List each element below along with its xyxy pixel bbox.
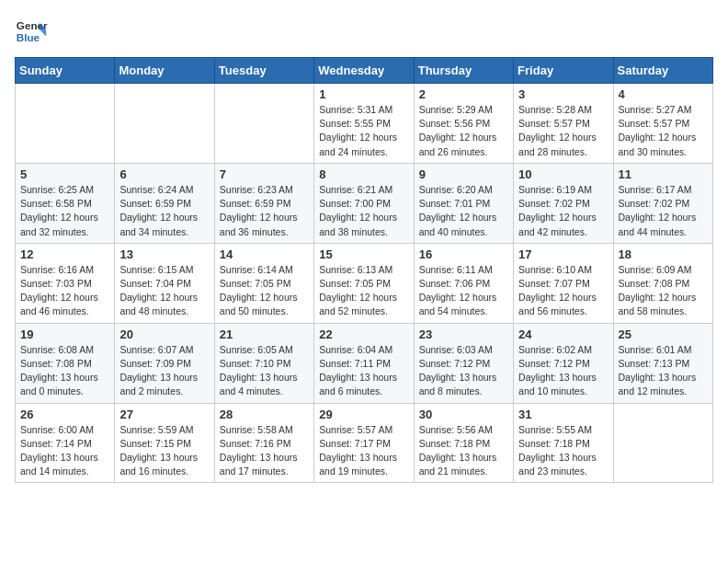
calendar-week-row: 19Sunrise: 6:08 AM Sunset: 7:08 PM Dayli… [16, 323, 713, 403]
day-number: 27 [119, 408, 209, 421]
page-header: General Blue [15, 15, 713, 48]
calendar-cell: 27Sunrise: 5:59 AM Sunset: 7:15 PM Dayli… [115, 403, 214, 483]
calendar-cell: 2Sunrise: 5:29 AM Sunset: 5:56 PM Daylig… [414, 84, 513, 164]
weekday-header-row: SundayMondayTuesdayWednesdayThursdayFrid… [16, 58, 713, 84]
day-info: Sunrise: 6:00 AM Sunset: 7:14 PM Dayligh… [20, 423, 109, 479]
day-info: Sunrise: 6:17 AM Sunset: 7:02 PM Dayligh… [619, 183, 708, 239]
calendar-cell: 17Sunrise: 6:10 AM Sunset: 7:07 PM Dayli… [514, 243, 613, 323]
calendar-cell [115, 84, 214, 164]
logo-icon: General Blue [15, 15, 48, 48]
weekday-header-friday: Friday [514, 58, 613, 84]
day-number: 3 [518, 87, 608, 101]
day-info: Sunrise: 6:16 AM Sunset: 7:03 PM Dayligh… [20, 263, 109, 319]
day-info: Sunrise: 6:04 AM Sunset: 7:11 PM Dayligh… [319, 343, 408, 399]
weekday-header-sunday: Sunday [16, 58, 115, 84]
calendar-cell: 10Sunrise: 6:19 AM Sunset: 7:02 PM Dayli… [514, 163, 613, 243]
day-info: Sunrise: 6:21 AM Sunset: 7:00 PM Dayligh… [319, 183, 408, 239]
calendar-cell: 9Sunrise: 6:20 AM Sunset: 7:01 PM Daylig… [414, 163, 513, 243]
day-number: 23 [419, 327, 508, 341]
calendar-week-row: 5Sunrise: 6:25 AM Sunset: 6:58 PM Daylig… [16, 163, 713, 243]
day-info: Sunrise: 5:28 AM Sunset: 5:57 PM Dayligh… [518, 103, 608, 159]
day-number: 5 [20, 167, 109, 181]
day-number: 10 [518, 167, 608, 181]
calendar-cell: 6Sunrise: 6:24 AM Sunset: 6:59 PM Daylig… [115, 163, 214, 243]
day-info: Sunrise: 5:27 AM Sunset: 5:57 PM Dayligh… [619, 103, 708, 159]
calendar-week-row: 1Sunrise: 5:31 AM Sunset: 5:55 PM Daylig… [16, 84, 713, 164]
calendar-cell [16, 84, 115, 164]
calendar-cell: 31Sunrise: 5:55 AM Sunset: 7:18 PM Dayli… [514, 403, 613, 483]
calendar-cell: 8Sunrise: 6:21 AM Sunset: 7:00 PM Daylig… [314, 163, 414, 243]
calendar-cell [613, 403, 712, 483]
day-info: Sunrise: 6:20 AM Sunset: 7:01 PM Dayligh… [419, 183, 508, 239]
calendar-cell: 11Sunrise: 6:17 AM Sunset: 7:02 PM Dayli… [613, 163, 712, 243]
weekday-header-wednesday: Wednesday [314, 58, 414, 84]
calendar-cell: 25Sunrise: 6:01 AM Sunset: 7:13 PM Dayli… [613, 323, 712, 403]
day-info: Sunrise: 6:09 AM Sunset: 7:08 PM Dayligh… [619, 263, 708, 319]
day-info: Sunrise: 6:03 AM Sunset: 7:12 PM Dayligh… [419, 343, 508, 399]
day-number: 7 [220, 167, 309, 181]
day-info: Sunrise: 5:56 AM Sunset: 7:18 PM Dayligh… [419, 423, 508, 479]
day-number: 25 [619, 327, 708, 341]
weekday-header-saturday: Saturday [613, 58, 712, 84]
day-info: Sunrise: 5:31 AM Sunset: 5:55 PM Dayligh… [319, 103, 408, 159]
day-info: Sunrise: 6:13 AM Sunset: 7:05 PM Dayligh… [319, 263, 408, 319]
day-number: 28 [220, 408, 309, 421]
calendar-cell: 5Sunrise: 6:25 AM Sunset: 6:58 PM Daylig… [16, 163, 115, 243]
calendar-cell: 26Sunrise: 6:00 AM Sunset: 7:14 PM Dayli… [16, 403, 115, 483]
day-info: Sunrise: 6:07 AM Sunset: 7:09 PM Dayligh… [119, 343, 209, 399]
calendar-cell [214, 84, 313, 164]
day-number: 12 [20, 247, 109, 261]
day-number: 30 [419, 408, 508, 421]
day-info: Sunrise: 6:01 AM Sunset: 7:13 PM Dayligh… [619, 343, 708, 399]
calendar-cell: 12Sunrise: 6:16 AM Sunset: 7:03 PM Dayli… [16, 243, 115, 323]
calendar-week-row: 12Sunrise: 6:16 AM Sunset: 7:03 PM Dayli… [16, 243, 713, 323]
calendar-cell: 30Sunrise: 5:56 AM Sunset: 7:18 PM Dayli… [414, 403, 513, 483]
day-number: 2 [419, 87, 508, 101]
weekday-header-tuesday: Tuesday [214, 58, 313, 84]
day-number: 24 [518, 327, 608, 341]
calendar-cell: 19Sunrise: 6:08 AM Sunset: 7:08 PM Dayli… [16, 323, 115, 403]
calendar-cell: 22Sunrise: 6:04 AM Sunset: 7:11 PM Dayli… [314, 323, 414, 403]
day-number: 11 [619, 167, 708, 181]
day-number: 20 [119, 327, 209, 341]
weekday-header-monday: Monday [115, 58, 214, 84]
day-number: 14 [220, 247, 309, 261]
day-info: Sunrise: 5:57 AM Sunset: 7:17 PM Dayligh… [319, 423, 408, 479]
day-number: 15 [319, 247, 408, 261]
day-info: Sunrise: 6:23 AM Sunset: 6:59 PM Dayligh… [220, 183, 309, 239]
svg-marker-3 [40, 29, 46, 36]
day-info: Sunrise: 5:55 AM Sunset: 7:18 PM Dayligh… [518, 423, 608, 479]
calendar-cell: 14Sunrise: 6:14 AM Sunset: 7:05 PM Dayli… [214, 243, 313, 323]
day-number: 21 [220, 327, 309, 341]
day-number: 13 [119, 247, 209, 261]
svg-text:Blue: Blue [17, 31, 40, 43]
calendar-cell: 29Sunrise: 5:57 AM Sunset: 7:17 PM Dayli… [314, 403, 414, 483]
calendar-cell: 23Sunrise: 6:03 AM Sunset: 7:12 PM Dayli… [414, 323, 513, 403]
day-number: 18 [619, 247, 708, 261]
day-info: Sunrise: 6:02 AM Sunset: 7:12 PM Dayligh… [518, 343, 608, 399]
day-info: Sunrise: 6:10 AM Sunset: 7:07 PM Dayligh… [518, 263, 608, 319]
day-number: 16 [419, 247, 508, 261]
calendar-cell: 16Sunrise: 6:11 AM Sunset: 7:06 PM Dayli… [414, 243, 513, 323]
calendar-cell: 20Sunrise: 6:07 AM Sunset: 7:09 PM Dayli… [115, 323, 214, 403]
calendar-week-row: 26Sunrise: 6:00 AM Sunset: 7:14 PM Dayli… [16, 403, 713, 483]
day-info: Sunrise: 6:05 AM Sunset: 7:10 PM Dayligh… [220, 343, 309, 399]
calendar-cell: 7Sunrise: 6:23 AM Sunset: 6:59 PM Daylig… [214, 163, 313, 243]
day-info: Sunrise: 6:14 AM Sunset: 7:05 PM Dayligh… [220, 263, 309, 319]
day-number: 9 [419, 167, 508, 181]
day-info: Sunrise: 5:59 AM Sunset: 7:15 PM Dayligh… [119, 423, 209, 479]
logo: General Blue [15, 15, 48, 48]
day-number: 1 [319, 87, 408, 101]
day-number: 17 [518, 247, 608, 261]
weekday-header-thursday: Thursday [414, 58, 513, 84]
day-info: Sunrise: 6:11 AM Sunset: 7:06 PM Dayligh… [419, 263, 508, 319]
day-info: Sunrise: 6:15 AM Sunset: 7:04 PM Dayligh… [119, 263, 209, 319]
day-info: Sunrise: 5:29 AM Sunset: 5:56 PM Dayligh… [419, 103, 508, 159]
day-number: 29 [319, 408, 408, 421]
day-info: Sunrise: 6:08 AM Sunset: 7:08 PM Dayligh… [20, 343, 109, 399]
calendar-cell: 13Sunrise: 6:15 AM Sunset: 7:04 PM Dayli… [115, 243, 214, 323]
day-info: Sunrise: 6:24 AM Sunset: 6:59 PM Dayligh… [119, 183, 209, 239]
calendar-cell: 24Sunrise: 6:02 AM Sunset: 7:12 PM Dayli… [514, 323, 613, 403]
day-info: Sunrise: 6:25 AM Sunset: 6:58 PM Dayligh… [20, 183, 109, 239]
day-info: Sunrise: 5:58 AM Sunset: 7:16 PM Dayligh… [220, 423, 309, 479]
